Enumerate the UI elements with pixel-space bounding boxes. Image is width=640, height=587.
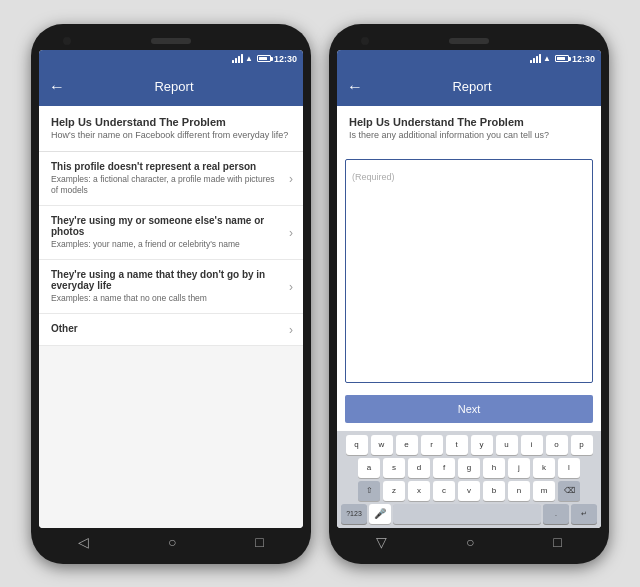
wifi-icon: ▲ bbox=[245, 54, 253, 63]
key-r[interactable]: r bbox=[421, 435, 443, 455]
key-h[interactable]: h bbox=[483, 458, 505, 478]
key-t[interactable]: t bbox=[446, 435, 468, 455]
app-header-2: ← Report bbox=[337, 68, 601, 106]
menu-item-desc-2: Examples: a name that no one calls them bbox=[51, 293, 275, 304]
help-title-1: Help Us Understand The Problem bbox=[51, 116, 291, 128]
phone-top-2 bbox=[337, 34, 601, 50]
key-shift[interactable]: ⇧ bbox=[358, 481, 380, 501]
key-v[interactable]: v bbox=[458, 481, 480, 501]
nav-bar-2: ▽ ○ □ bbox=[337, 528, 601, 554]
status-icons-1: ▲ bbox=[232, 54, 271, 63]
keyboard-row-3: ⇧ z x c v b n m ⌫ bbox=[339, 481, 599, 501]
key-y[interactable]: y bbox=[471, 435, 493, 455]
key-m[interactable]: m bbox=[533, 481, 555, 501]
keyboard-row-1: q w e r t y u i o p bbox=[339, 435, 599, 455]
keyboard: q w e r t y u i o p a s d f g h bbox=[337, 431, 601, 528]
bar1 bbox=[232, 60, 234, 63]
key-o[interactable]: o bbox=[546, 435, 568, 455]
speaker-2 bbox=[449, 38, 489, 44]
key-k[interactable]: k bbox=[533, 458, 555, 478]
menu-item-other[interactable]: Other › bbox=[39, 314, 303, 346]
phone-top-1 bbox=[39, 34, 303, 50]
chevron-icon-1: › bbox=[289, 226, 293, 240]
key-s[interactable]: s bbox=[383, 458, 405, 478]
chevron-icon-0: › bbox=[289, 172, 293, 186]
key-d[interactable]: d bbox=[408, 458, 430, 478]
back-nav-1[interactable]: ◁ bbox=[78, 534, 89, 550]
key-q[interactable]: q bbox=[346, 435, 368, 455]
help-section-2: Help Us Understand The Problem Is there … bbox=[337, 106, 601, 152]
keyboard-row-4: ?123 🎤 . ↵ bbox=[339, 504, 599, 524]
battery-fill bbox=[259, 57, 267, 60]
next-button[interactable]: Next bbox=[345, 395, 593, 423]
recent-nav-2[interactable]: □ bbox=[553, 534, 561, 550]
keyboard-row-2: a s d f g h j k l bbox=[339, 458, 599, 478]
content-1: Help Us Understand The Problem How's the… bbox=[39, 106, 303, 528]
help-subtitle-1: How's their name on Facebook different f… bbox=[51, 130, 291, 142]
key-e[interactable]: e bbox=[396, 435, 418, 455]
key-n[interactable]: n bbox=[508, 481, 530, 501]
key-g[interactable]: g bbox=[458, 458, 480, 478]
key-w[interactable]: w bbox=[371, 435, 393, 455]
camera-1 bbox=[63, 37, 71, 45]
wifi-icon-2: ▲ bbox=[543, 54, 551, 63]
report-textarea[interactable]: (Required) bbox=[345, 159, 593, 382]
content-2: Help Us Understand The Problem Is there … bbox=[337, 106, 601, 528]
key-u[interactable]: u bbox=[496, 435, 518, 455]
help-subtitle-2: Is there any additional information you … bbox=[349, 130, 589, 142]
chevron-icon-2: › bbox=[289, 280, 293, 294]
period-key[interactable]: . bbox=[543, 504, 569, 524]
time-1: 12:30 bbox=[274, 54, 297, 64]
battery-icon-2 bbox=[555, 55, 569, 62]
help-title-2: Help Us Understand The Problem bbox=[349, 116, 589, 128]
key-z[interactable]: z bbox=[383, 481, 405, 501]
key-a[interactable]: a bbox=[358, 458, 380, 478]
key-c[interactable]: c bbox=[433, 481, 455, 501]
key-f[interactable]: f bbox=[433, 458, 455, 478]
phone-1: ▲ 12:30 ← Report Help Us Understand The … bbox=[31, 24, 311, 564]
time-2: 12:30 bbox=[572, 54, 595, 64]
menu-item-title-other: Other bbox=[51, 323, 275, 334]
menu-item-title-1: They're using my or someone else's name … bbox=[51, 215, 275, 237]
phone-2: ▲ 12:30 ← Report Help Us Understand The … bbox=[329, 24, 609, 564]
status-bar-1: ▲ 12:30 bbox=[39, 50, 303, 68]
app-title-2: Report bbox=[373, 79, 571, 94]
space-key[interactable] bbox=[393, 504, 541, 524]
signal-2 bbox=[530, 54, 541, 63]
help-section-1: Help Us Understand The Problem How's the… bbox=[39, 106, 303, 153]
key-i[interactable]: i bbox=[521, 435, 543, 455]
back-nav-2[interactable]: ▽ bbox=[376, 534, 387, 550]
status-icons-2: ▲ bbox=[530, 54, 569, 63]
bar2b bbox=[533, 58, 535, 63]
back-button-1[interactable]: ← bbox=[49, 78, 65, 96]
home-nav-2[interactable]: ○ bbox=[466, 534, 474, 550]
home-nav-1[interactable]: ○ bbox=[168, 534, 176, 550]
bar3b bbox=[536, 56, 538, 63]
bar4b bbox=[539, 54, 541, 63]
menu-item-desc-0: Examples: a fictional character, a profi… bbox=[51, 174, 275, 196]
status-bar-2: ▲ 12:30 bbox=[337, 50, 601, 68]
backspace-key[interactable]: ⌫ bbox=[558, 481, 580, 501]
menu-item-desc-1: Examples: your name, a friend or celebri… bbox=[51, 239, 275, 250]
key-x[interactable]: x bbox=[408, 481, 430, 501]
menu-item-title-2: They're using a name that they don't go … bbox=[51, 269, 275, 291]
recent-nav-1[interactable]: □ bbox=[255, 534, 263, 550]
key-p[interactable]: p bbox=[571, 435, 593, 455]
key-b[interactable]: b bbox=[483, 481, 505, 501]
camera-2 bbox=[361, 37, 369, 45]
mic-key[interactable]: 🎤 bbox=[369, 504, 391, 524]
enter-key[interactable]: ↵ bbox=[571, 504, 597, 524]
key-j[interactable]: j bbox=[508, 458, 530, 478]
menu-item-1[interactable]: They're using my or someone else's name … bbox=[39, 206, 303, 260]
sym-key[interactable]: ?123 bbox=[341, 504, 367, 524]
key-l[interactable]: l bbox=[558, 458, 580, 478]
menu-item-0[interactable]: This profile doesn't represent a real pe… bbox=[39, 152, 303, 206]
menu-item-title-0: This profile doesn't represent a real pe… bbox=[51, 161, 275, 172]
bar3 bbox=[238, 56, 240, 63]
menu-item-2[interactable]: They're using a name that they don't go … bbox=[39, 260, 303, 314]
back-button-2[interactable]: ← bbox=[347, 78, 363, 96]
signal-1 bbox=[232, 54, 243, 63]
chevron-icon-other: › bbox=[289, 323, 293, 337]
nav-bar-1: ◁ ○ □ bbox=[39, 528, 303, 554]
bar1b bbox=[530, 60, 532, 63]
